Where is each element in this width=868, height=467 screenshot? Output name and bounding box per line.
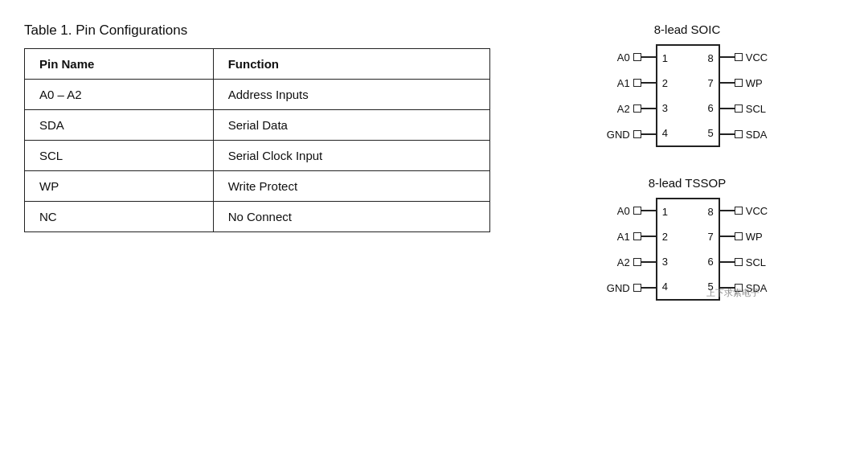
ic-inner-row: 45 (657, 274, 719, 299)
pin-num-right: 7 (688, 77, 719, 89)
right-section: 8-lead SOIC A0A1A2GND 18273645 VCCWPSCLS… (522, 23, 844, 330)
left-pin-row: A1 (617, 70, 656, 96)
pin-stub-left (641, 287, 656, 289)
left-pin-row: GND (607, 121, 656, 147)
ic-inner-row: 18 (657, 46, 719, 71)
pin-box-left (633, 130, 641, 138)
soic-right-pins: VCCWPSCLSDA (720, 44, 768, 147)
ic-inner-row: 36 (657, 96, 719, 121)
pin-num-left: 1 (657, 206, 688, 218)
tssop-right-pins: VCCWPSCLSDA (720, 198, 768, 301)
pin-num-left: 3 (657, 256, 688, 268)
left-pin-row: A2 (617, 249, 656, 275)
tssop-body: 18273645 (656, 198, 720, 301)
pin-label-left: A1 (617, 77, 630, 89)
pin-stub-left (641, 261, 656, 263)
pin-stub-right (720, 236, 735, 237)
pin-label-left: A0 (617, 51, 630, 63)
right-pin-row: SCL (720, 96, 766, 121)
pin-label-right: SDA (746, 129, 768, 141)
pin-label-left: A2 (617, 103, 630, 115)
pin-stub-right (720, 82, 735, 84)
tssop-left-pins: A0A1A2GND (607, 198, 656, 301)
pin-label-left: GND (607, 129, 630, 141)
pin-stub-right (720, 56, 735, 58)
table-title-prefix: Table 1. (24, 23, 72, 38)
left-pin-row: A0 (617, 44, 656, 70)
pin-num-left: 1 (657, 52, 688, 64)
pin-box-right (735, 207, 743, 215)
table-row: SDASerial Data (25, 110, 490, 141)
left-pin-row: A2 (617, 96, 656, 121)
function-cell: Serial Data (213, 110, 489, 141)
pin-stub-left (641, 210, 656, 211)
pin-box-left (633, 53, 641, 61)
pin-num-right: 8 (688, 206, 719, 218)
pin-label-right: SCL (746, 103, 766, 115)
pin-stub-left (641, 236, 656, 237)
right-pin-row: SCL (720, 249, 766, 275)
ic-inner-row: 27 (657, 224, 719, 249)
pin-stub-right (720, 261, 735, 263)
pin-box-right (735, 232, 743, 240)
pin-num-right: 8 (688, 52, 719, 64)
pin-name-cell: NC (25, 202, 214, 232)
soic-diagram: 8-lead SOIC A0A1A2GND 18273645 VCCWPSCLS… (607, 23, 768, 147)
pin-label-left: GND (607, 282, 630, 294)
pin-label-left: A0 (617, 205, 630, 217)
soic-body: 18273645 (656, 44, 720, 147)
pin-stub-left (641, 108, 656, 109)
pin-stub-right (720, 133, 735, 135)
table-header-row: Pin Name Function (25, 49, 490, 80)
tssop-wrapper: A0A1A2GND 18273645 VCCWPSCLSDA 上下求索电子 (607, 198, 768, 301)
pin-table: Pin Name Function A0 – A2Address InputsS… (24, 48, 490, 232)
pin-label-right: SCL (746, 256, 766, 268)
pin-num-right: 6 (688, 102, 719, 114)
pin-stub-right (720, 210, 735, 211)
pin-box-right (735, 258, 743, 266)
ic-inner-row: 18 (657, 199, 719, 224)
left-pin-row: A1 (617, 223, 656, 249)
left-pin-row: A0 (617, 198, 656, 223)
tssop-title: 8-lead TSSOP (649, 176, 726, 190)
pin-box-left (633, 79, 641, 87)
pin-box-left (633, 258, 641, 266)
table-row: SCLSerial Clock Input (25, 141, 490, 171)
ic-inner-row: 36 (657, 249, 719, 274)
pin-name-cell: A0 – A2 (25, 80, 214, 110)
pin-num-right: 5 (688, 127, 719, 139)
table-title-suffix: Pin Configurations (76, 23, 187, 38)
right-pin-row: VCC (720, 198, 768, 223)
table-row: WPWrite Protect (25, 171, 490, 202)
pin-num-right: 7 (688, 231, 719, 243)
pin-stub-left (641, 82, 656, 84)
pin-label-right: SDA (746, 282, 768, 294)
right-pin-row: SDA (720, 275, 768, 301)
right-pin-row: SDA (720, 121, 768, 147)
pin-num-left: 2 (657, 77, 688, 89)
table-row: NCNo Connect (25, 202, 490, 232)
pin-num-left: 4 (657, 281, 688, 293)
pin-box-right (735, 130, 743, 138)
pin-name-cell: WP (25, 171, 214, 202)
pin-num-left: 4 (657, 127, 688, 139)
right-pin-row: WP (720, 223, 763, 249)
pin-label-left: A1 (617, 231, 630, 243)
pin-name-cell: SDA (25, 110, 214, 141)
pin-num-right: 6 (688, 256, 719, 268)
pin-box-right (735, 284, 743, 292)
left-section: Table 1. Pin Configurations Pin Name Fun… (24, 23, 522, 232)
pin-label-left: A2 (617, 256, 630, 268)
pin-label-right: VCC (746, 51, 768, 63)
pin-box-left (633, 232, 641, 240)
pin-stub-right (720, 287, 735, 289)
function-cell: Write Protect (213, 171, 489, 202)
pin-stub-left (641, 133, 656, 135)
header-function: Function (213, 49, 489, 80)
pin-stub-right (720, 108, 735, 109)
function-cell: Address Inputs (213, 80, 489, 110)
table-row: A0 – A2Address Inputs (25, 80, 490, 110)
pin-box-right (735, 79, 743, 87)
pin-label-right: VCC (746, 205, 768, 217)
ic-inner-row: 27 (657, 71, 719, 96)
